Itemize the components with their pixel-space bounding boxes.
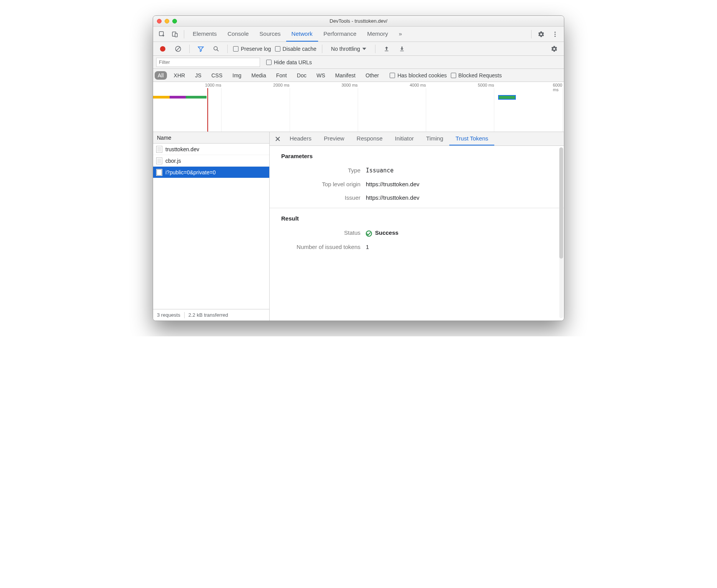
svg-point-3: [555, 32, 556, 33]
kebab-icon[interactable]: [549, 28, 561, 40]
dtab-timing[interactable]: Timing: [420, 132, 449, 145]
divider: [531, 30, 532, 38]
tl-tick: 4000 ms: [410, 83, 426, 87]
frame-icon: [156, 169, 162, 176]
type-other[interactable]: Other: [362, 71, 382, 80]
tab-elements[interactable]: Elements: [187, 27, 222, 42]
divider: [189, 45, 190, 53]
hide-data-urls-label: Hide data URLs: [274, 59, 312, 65]
tab-sources[interactable]: Sources: [254, 27, 286, 42]
search-icon[interactable]: [210, 43, 222, 55]
type-img[interactable]: Img: [229, 71, 244, 80]
main-split: Name trusttoken.dev cbor.js i?public=0&p…: [153, 132, 564, 321]
filter-row: Hide data URLs: [153, 56, 564, 69]
disable-cache-checkbox[interactable]: Disable cache: [275, 46, 317, 52]
blocked-requests-checkbox[interactable]: Blocked Requests: [451, 72, 502, 79]
window-title: DevTools - trusttoken.dev/: [153, 18, 564, 24]
request-details-panel: Headers Preview Response Initiator Timin…: [270, 132, 564, 321]
type-ws[interactable]: WS: [313, 71, 328, 80]
tl-tick: 5000 ms: [478, 83, 494, 87]
svg-point-4: [555, 33, 556, 35]
tab-console[interactable]: Console: [222, 27, 254, 42]
has-blocked-cookies-checkbox[interactable]: Has blocked cookies: [390, 72, 447, 79]
download-har-icon[interactable]: [396, 43, 408, 55]
document-icon: [156, 157, 162, 164]
panel-tabs: Elements Console Sources Network Perform…: [187, 27, 528, 42]
document-icon: [156, 146, 162, 153]
request-row[interactable]: trusttoken.dev: [153, 144, 269, 155]
preserve-log-checkbox[interactable]: Preserve log: [233, 46, 271, 52]
timeline-overview[interactable]: 1000 ms 2000 ms 3000 ms 4000 ms 5000 ms …: [153, 82, 564, 132]
svg-point-8: [214, 47, 217, 50]
disable-cache-label: Disable cache: [283, 46, 317, 52]
tab-more[interactable]: »: [394, 27, 407, 42]
chevron-down-icon: [362, 48, 366, 50]
result-value: 1: [366, 244, 552, 250]
type-media[interactable]: Media: [248, 71, 269, 80]
request-list-panel: Name trusttoken.dev cbor.js i?public=0&p…: [153, 132, 270, 321]
settings-icon[interactable]: [535, 28, 547, 40]
devtools-window: DevTools - trusttoken.dev/ Elements Cons…: [153, 15, 564, 321]
request-list[interactable]: trusttoken.dev cbor.js i?public=0&privat…: [153, 144, 269, 309]
result-value: Success: [366, 229, 552, 237]
record-button[interactable]: [157, 43, 168, 55]
panel-tab-row: Elements Console Sources Network Perform…: [153, 27, 564, 42]
request-count: 3 requests: [157, 312, 180, 318]
filter-input[interactable]: [156, 58, 260, 67]
detail-tabs: Headers Preview Response Initiator Timin…: [270, 132, 564, 146]
tl-load-line: [207, 88, 208, 132]
dtab-trust-tokens[interactable]: Trust Tokens: [449, 132, 494, 145]
type-font[interactable]: Font: [273, 71, 290, 80]
result-title: Result: [281, 215, 552, 222]
has-blocked-cookies-label: Has blocked cookies: [397, 72, 447, 79]
request-row[interactable]: i?public=0&private=0: [153, 167, 269, 178]
param-value: https://trusttoken.dev: [366, 181, 552, 187]
type-manifest[interactable]: Manifest: [332, 71, 358, 80]
divider: [270, 208, 564, 208]
throttling-select[interactable]: No throttling: [328, 45, 370, 53]
divider: [227, 45, 228, 53]
details-body: Parameters Type Issuance Top level origi…: [270, 146, 564, 321]
upload-har-icon[interactable]: [381, 43, 392, 55]
throttling-label: No throttling: [331, 46, 360, 52]
inspect-icon[interactable]: [156, 28, 168, 40]
success-icon: [366, 231, 372, 237]
preserve-log-label: Preserve log: [241, 46, 271, 52]
tl-tick: 2000 ms: [273, 83, 289, 87]
dtab-response[interactable]: Response: [350, 132, 389, 145]
tab-performance[interactable]: Performance: [318, 27, 362, 42]
type-css[interactable]: CSS: [208, 71, 225, 80]
scrollbar-thumb[interactable]: [559, 147, 563, 259]
result-key: Number of issued tokens: [281, 244, 366, 250]
request-name: cbor.js: [165, 158, 181, 164]
tab-network[interactable]: Network: [286, 27, 318, 42]
parameters-title: Parameters: [281, 153, 552, 159]
close-details-button[interactable]: [272, 132, 283, 145]
scrollbar[interactable]: [559, 147, 563, 318]
clear-icon[interactable]: [172, 43, 184, 55]
type-js[interactable]: JS: [192, 71, 204, 80]
svg-line-7: [176, 47, 180, 51]
dtab-initiator[interactable]: Initiator: [389, 132, 420, 145]
type-all[interactable]: All: [155, 71, 167, 80]
network-settings-icon[interactable]: [549, 43, 560, 55]
dtab-headers[interactable]: Headers: [283, 132, 318, 145]
param-value: Issuance: [366, 167, 552, 174]
svg-rect-11: [400, 50, 404, 51]
tab-memory[interactable]: Memory: [362, 27, 394, 42]
hide-data-urls-checkbox[interactable]: Hide data URLs: [266, 59, 312, 65]
param-key: Issuer: [281, 194, 366, 201]
svg-rect-10: [385, 50, 388, 51]
type-xhr[interactable]: XHR: [171, 71, 188, 80]
svg-rect-2: [175, 33, 177, 37]
type-doc[interactable]: Doc: [294, 71, 310, 80]
tl-bar: [186, 96, 206, 99]
device-toggle-icon[interactable]: [169, 28, 181, 40]
request-row[interactable]: cbor.js: [153, 155, 269, 167]
tl-bar: [153, 96, 170, 99]
tl-bar: [170, 96, 186, 99]
dtab-preview[interactable]: Preview: [318, 132, 350, 145]
filter-icon[interactable]: [195, 43, 207, 55]
param-key: Top level origin: [281, 181, 366, 187]
request-list-header: Name: [153, 132, 269, 144]
